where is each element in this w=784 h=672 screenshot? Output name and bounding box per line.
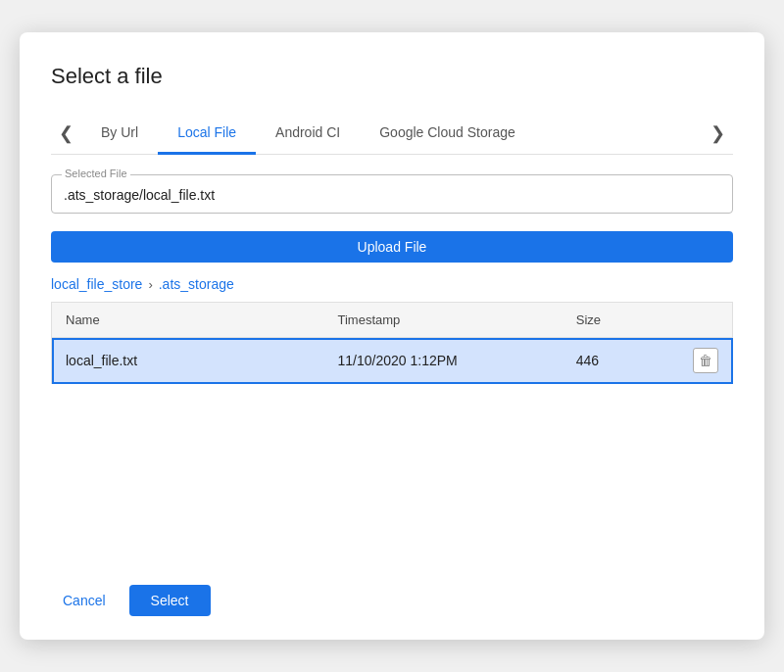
cancel-button[interactable]: Cancel	[51, 585, 118, 616]
tabs-next-arrow[interactable]: ❯	[703, 119, 733, 148]
selected-file-value: .ats_storage/local_file.txt	[64, 187, 720, 203]
select-button[interactable]: Select	[129, 585, 211, 616]
selected-file-field: Selected File .ats_storage/local_file.tx…	[51, 174, 733, 214]
dialog-footer: Cancel Select	[51, 569, 733, 616]
tab-google-cloud-storage[interactable]: Google Cloud Storage	[360, 113, 535, 155]
breadcrumb-separator: ›	[148, 277, 152, 292]
select-file-dialog: Select a file ❮ By Url Local File Androi…	[20, 32, 764, 640]
col-header-size: Size	[563, 303, 664, 338]
table-header-row: Name Timestamp Size	[52, 303, 733, 338]
tabs: By Url Local File Android CI Google Clou…	[81, 113, 703, 154]
cell-timestamp: 11/10/2020 1:12PM	[324, 338, 563, 384]
col-header-name: Name	[52, 303, 324, 338]
col-header-timestamp: Timestamp	[324, 303, 563, 338]
file-table: Name Timestamp Size local_file.txt 11/10…	[51, 302, 733, 384]
cell-action: 🗑	[664, 338, 733, 384]
tab-android-ci[interactable]: Android CI	[256, 113, 360, 155]
tab-local-file[interactable]: Local File	[158, 113, 256, 155]
dialog-title: Select a file	[51, 64, 733, 89]
delete-icon[interactable]: 🗑	[693, 348, 718, 373]
cell-name: local_file.txt	[52, 338, 324, 384]
selected-file-label: Selected File	[62, 168, 130, 179]
tabs-container: ❮ By Url Local File Android CI Google Cl…	[51, 113, 733, 155]
breadcrumb: local_file_store › .ats_storage	[51, 276, 733, 292]
table-row[interactable]: local_file.txt 11/10/2020 1:12PM 446 🗑	[52, 338, 733, 384]
cell-size: 446	[563, 338, 664, 384]
upload-file-button[interactable]: Upload File	[51, 231, 733, 263]
breadcrumb-root[interactable]: local_file_store	[51, 276, 142, 292]
tab-by-url[interactable]: By Url	[81, 113, 158, 155]
breadcrumb-current[interactable]: .ats_storage	[159, 276, 234, 292]
tabs-prev-arrow[interactable]: ❮	[51, 119, 81, 148]
col-header-action	[664, 303, 733, 338]
